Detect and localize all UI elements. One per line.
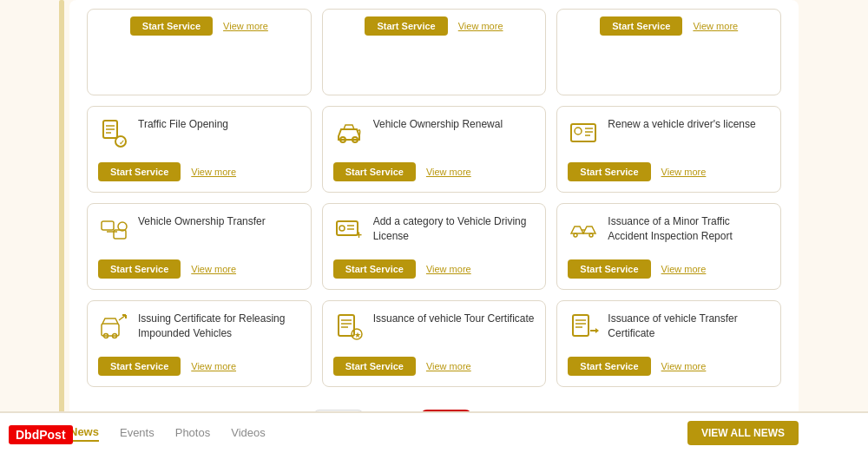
service-card-4: + Add a category to Vehicle Driving Lice… bbox=[322, 203, 547, 290]
left-accent bbox=[59, 0, 64, 453]
service-title-6: Issuing Certificate for Releasing Impoun… bbox=[138, 312, 300, 341]
svg-point-24 bbox=[589, 233, 593, 237]
service-card-1-actions: Start Service View more bbox=[333, 162, 536, 181]
svg-text:✓: ✓ bbox=[119, 139, 125, 147]
services-grid: ✓ Traffic File Opening Start Service Vie… bbox=[87, 106, 781, 387]
view-more-link-4[interactable]: View more bbox=[426, 264, 471, 274]
view-more-link-2[interactable]: View more bbox=[661, 167, 707, 177]
service-card-3-actions: Start Service View more bbox=[98, 259, 300, 279]
news-bar: News Events Photos Videos VIEW ALL NEWS bbox=[0, 411, 868, 453]
svg-rect-37 bbox=[573, 315, 589, 336]
service-card-7-top: ★ Issuance of vehicle Tour Certificate bbox=[333, 312, 536, 343]
view-more-link-7[interactable]: View more bbox=[426, 361, 471, 371]
start-service-button-5[interactable]: Start Service bbox=[568, 259, 650, 279]
start-service-button-7[interactable]: Start Service bbox=[333, 357, 416, 376]
service-title-0: Traffic File Opening bbox=[138, 117, 228, 132]
tab-photos[interactable]: Photos bbox=[175, 426, 210, 441]
service-card-top-2: Start Service View more bbox=[322, 9, 547, 95]
top-card-1-actions: Start Service View more bbox=[130, 16, 268, 36]
view-more-link-t2[interactable]: View more bbox=[458, 21, 503, 31]
tab-events[interactable]: Events bbox=[120, 426, 155, 441]
service-card-5-top: Issuance of a Minor Traffic Accident Ins… bbox=[568, 214, 770, 246]
view-more-link-8[interactable]: View more bbox=[661, 361, 707, 371]
service-card-top-3: Start Service View more bbox=[556, 9, 781, 95]
service-card-2: Renew a vehicle driver's license Start S… bbox=[556, 106, 781, 193]
service-card-7-actions: Start Service View more bbox=[333, 357, 536, 376]
service-card-2-actions: Start Service View more bbox=[568, 162, 770, 181]
view-more-link-5[interactable]: View more bbox=[661, 264, 707, 274]
service-title-8: Issuance of vehicle Transfer Certificate bbox=[608, 312, 770, 341]
service-title-1: Vehicle Ownership Renewal bbox=[373, 117, 503, 132]
service-card-0: ✓ Traffic File Opening Start Service Vie… bbox=[87, 106, 312, 193]
svg-point-18 bbox=[339, 226, 345, 231]
view-more-link-3[interactable]: View more bbox=[191, 264, 236, 274]
service-card-3: Vehicle Ownership Transfer Start Service… bbox=[87, 203, 312, 290]
start-service-button-t1[interactable]: Start Service bbox=[130, 16, 213, 36]
start-service-button-t2[interactable]: Start Service bbox=[365, 16, 447, 36]
service-card-6-top: Issuing Certificate for Releasing Impoun… bbox=[98, 312, 300, 343]
svg-marker-42 bbox=[595, 328, 599, 333]
start-service-button-0[interactable]: Start Service bbox=[98, 162, 181, 181]
view-more-link-1[interactable]: View more bbox=[426, 167, 471, 177]
top-row-partial: Start Service View more Start Service Vi… bbox=[87, 9, 781, 95]
service-card-top-1: Start Service View more bbox=[87, 9, 312, 95]
svg-point-9 bbox=[575, 128, 582, 135]
view-more-link-t1[interactable]: View more bbox=[223, 21, 268, 31]
transfer-cert-icon bbox=[568, 312, 599, 343]
tab-videos[interactable]: Videos bbox=[231, 426, 266, 441]
start-service-button-1[interactable]: Start Service bbox=[333, 162, 416, 181]
service-title-7: Issuance of vehicle Tour Certificate bbox=[373, 312, 535, 326]
service-card-8: Issuance of vehicle Transfer Certificate… bbox=[556, 300, 781, 387]
service-card-0-actions: Start Service View more bbox=[98, 162, 300, 181]
view-more-link-0[interactable]: View more bbox=[191, 167, 236, 177]
service-title-5: Issuance of a Minor Traffic Accident Ins… bbox=[608, 214, 770, 244]
service-card-1: Vehicle Ownership Renewal Start Service … bbox=[322, 106, 547, 193]
service-card-6-actions: Start Service View more bbox=[98, 357, 300, 376]
accident-icon bbox=[568, 214, 599, 246]
svg-text:★: ★ bbox=[354, 331, 361, 339]
service-title-4: Add a category to Vehicle Driving Licens… bbox=[373, 214, 536, 244]
service-card-1-top: Vehicle Ownership Renewal bbox=[333, 117, 536, 148]
tab-news[interactable]: News bbox=[69, 425, 99, 442]
view-more-link-6[interactable]: View more bbox=[191, 361, 236, 371]
service-card-0-top: ✓ Traffic File Opening bbox=[98, 117, 300, 148]
driving-license-icon: + bbox=[333, 214, 365, 246]
service-card-4-top: + Add a category to Vehicle Driving Lice… bbox=[333, 214, 536, 246]
view-more-link-t3[interactable]: View more bbox=[693, 21, 738, 31]
main-content: Start Service View more Start Service Vi… bbox=[69, 0, 799, 453]
service-card-5: Issuance of a Minor Traffic Accident Ins… bbox=[556, 203, 781, 290]
service-title-2: Renew a vehicle driver's license bbox=[608, 117, 755, 132]
impound-icon bbox=[98, 312, 129, 343]
svg-point-23 bbox=[574, 233, 577, 237]
svg-rect-13 bbox=[102, 221, 114, 230]
top-card-2-actions: Start Service View more bbox=[365, 16, 503, 36]
transfer-icon bbox=[98, 214, 129, 246]
file-icon: ✓ bbox=[98, 117, 129, 148]
top-card-3-actions: Start Service View more bbox=[600, 16, 738, 36]
start-service-button-2[interactable]: Start Service bbox=[568, 162, 650, 181]
news-tabs: News Events Photos Videos bbox=[69, 425, 266, 442]
service-card-4-actions: Start Service View more bbox=[333, 259, 536, 279]
service-card-8-top: Issuance of vehicle Transfer Certificate bbox=[568, 312, 770, 343]
dbdpost-logo: DbdPost bbox=[9, 425, 73, 444]
service-card-6: Issuing Certificate for Releasing Impoun… bbox=[87, 300, 312, 387]
svg-text:+: + bbox=[356, 229, 362, 241]
service-title-3: Vehicle Ownership Transfer bbox=[138, 214, 266, 229]
service-card-5-actions: Start Service View more bbox=[568, 259, 770, 279]
service-card-7: ★ Issuance of vehicle Tour Certificate S… bbox=[322, 300, 547, 387]
tour-cert-icon: ★ bbox=[333, 312, 365, 343]
id-card-icon bbox=[568, 117, 599, 148]
service-card-8-actions: Start Service View more bbox=[568, 357, 770, 376]
start-service-button-8[interactable]: Start Service bbox=[568, 357, 650, 376]
car-icon bbox=[333, 117, 365, 148]
service-card-2-top: Renew a vehicle driver's license bbox=[568, 117, 770, 148]
start-service-button-3[interactable]: Start Service bbox=[98, 259, 181, 279]
start-service-button-4[interactable]: Start Service bbox=[333, 259, 416, 279]
start-service-button-t3[interactable]: Start Service bbox=[600, 16, 682, 36]
service-card-3-top: Vehicle Ownership Transfer bbox=[98, 214, 300, 246]
start-service-button-6[interactable]: Start Service bbox=[98, 357, 181, 376]
view-all-news-button[interactable]: VIEW ALL NEWS bbox=[687, 421, 799, 445]
